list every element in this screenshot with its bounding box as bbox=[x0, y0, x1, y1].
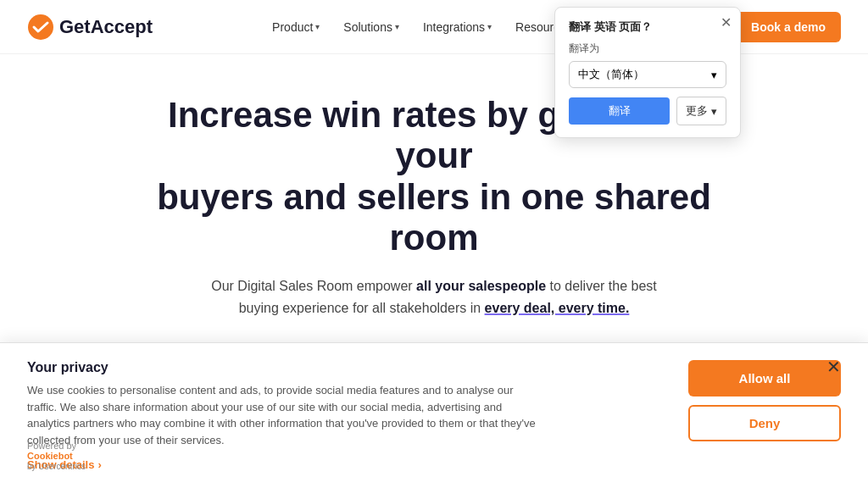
book-demo-button[interactable]: Book a demo bbox=[736, 12, 841, 42]
cookie-text: We use cookies to personalise content an… bbox=[27, 382, 536, 448]
nav-product[interactable]: Product ▾ bbox=[264, 14, 328, 41]
popup-actions: 翻译 更多 ▾ bbox=[569, 97, 726, 125]
language-select[interactable]: 中文（简体） ▾ bbox=[569, 61, 726, 88]
chevron-down-icon: ▾ bbox=[711, 105, 717, 118]
show-details-link[interactable]: Show details › bbox=[27, 458, 536, 471]
cookie-content: Your privacy We use cookies to personali… bbox=[27, 360, 536, 471]
translate-button[interactable]: 翻译 bbox=[569, 97, 670, 125]
cookie-banner: ✕ Your privacy We use cookies to persona… bbox=[0, 342, 868, 488]
nav-solutions[interactable]: Solutions ▾ bbox=[335, 14, 408, 41]
logo-text: GetAccept bbox=[59, 16, 153, 38]
more-button[interactable]: 更多 ▾ bbox=[676, 97, 726, 125]
cookiebot-branding: Powered by Cookiebot by Usercentrics bbox=[27, 441, 86, 471]
chevron-down-icon: ▾ bbox=[711, 69, 717, 81]
cookie-title: Your privacy bbox=[27, 360, 536, 375]
translation-popup: ✕ 翻译 英语 页面？ 翻译为 中文（简体） ▾ 翻译 更多 ▾ bbox=[554, 7, 741, 138]
popup-translate-to-label: 翻译为 bbox=[569, 42, 726, 56]
deny-button[interactable]: Deny bbox=[688, 405, 841, 441]
chevron-down-icon: ▾ bbox=[395, 22, 399, 31]
chevron-down-icon: ▾ bbox=[315, 22, 320, 31]
allow-all-button[interactable]: Allow all bbox=[688, 360, 841, 396]
logo[interactable]: GetAccept bbox=[27, 14, 153, 41]
popup-close-button[interactable]: ✕ bbox=[721, 14, 732, 30]
cookie-actions: Allow all Deny bbox=[688, 360, 841, 441]
main-nav: Product ▾ Solutions ▾ Integrations ▾ Res… bbox=[264, 14, 587, 41]
popup-title: 翻译 英语 页面？ bbox=[569, 19, 726, 35]
hero-subtitle: Our Digital Sales Room empower all your … bbox=[205, 275, 663, 319]
logo-icon bbox=[27, 14, 54, 41]
svg-point-0 bbox=[28, 14, 53, 40]
chevron-right-icon: › bbox=[97, 458, 101, 471]
nav-integrations[interactable]: Integrations ▾ bbox=[415, 14, 500, 41]
chevron-down-icon: ▾ bbox=[487, 22, 492, 31]
cookie-close-button[interactable]: ✕ bbox=[826, 357, 841, 377]
